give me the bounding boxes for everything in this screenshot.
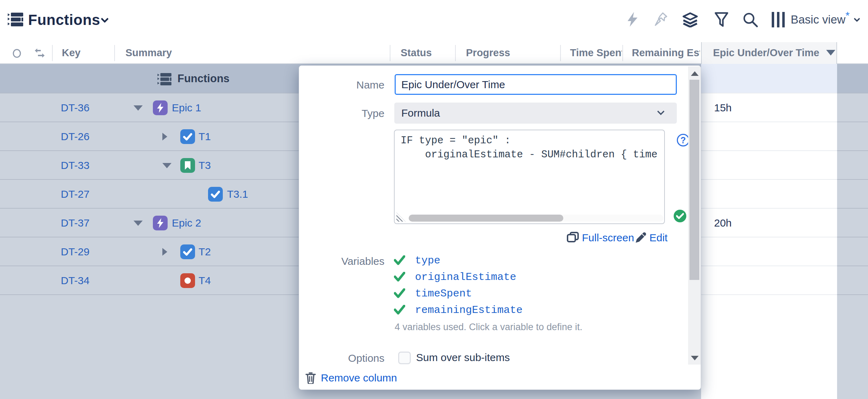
epic-issue-type-icon: [153, 216, 168, 230]
automation-lightning-icon[interactable]: [625, 12, 641, 27]
fullscreen-link[interactable]: Full-screen: [582, 232, 634, 244]
formula-valid-check-icon: [674, 210, 686, 222]
formula-code[interactable]: IF type = "epic" : originalEstimate - SU…: [401, 134, 661, 162]
view-name: Basic view: [791, 13, 846, 26]
column-header-remaining-estimate[interactable]: Remaining Estimate: [632, 47, 700, 59]
pin-icon[interactable]: [654, 12, 670, 27]
issue-summary[interactable]: Epic 2: [172, 217, 201, 229]
structure-logo-icon: [8, 13, 23, 27]
edit-pencil-icon[interactable]: [634, 231, 648, 244]
variable-link[interactable]: remainingEstimate: [415, 304, 523, 316]
group-row-label: Functions: [177, 72, 229, 85]
select-chevron-down-icon: [657, 108, 665, 115]
expand-expander-icon[interactable]: [162, 248, 167, 256]
collapse-expander-icon[interactable]: [162, 163, 171, 168]
popup-scrollbar[interactable]: [688, 66, 701, 365]
epic-column-group-row: [701, 64, 837, 93]
story-issue-type-icon: [180, 158, 195, 173]
variable-defined-check-icon: [394, 255, 405, 265]
issue-key[interactable]: DT-27: [61, 188, 90, 200]
task-issue-type-icon: [180, 129, 195, 144]
issue-key[interactable]: DT-37: [61, 217, 90, 229]
bug-issue-type-icon: [180, 273, 195, 288]
formula-help-icon[interactable]: ?: [677, 134, 689, 146]
epic-under-over-time-column: 15h 20h: [701, 64, 837, 399]
variable-defined-check-icon: [394, 272, 405, 282]
edit-link[interactable]: Edit: [649, 232, 668, 244]
search-icon[interactable]: [742, 12, 758, 27]
variables-label: Variables: [313, 255, 384, 267]
scroll-down-arrow-icon[interactable]: [691, 356, 699, 360]
flag-circle-icon[interactable]: [13, 49, 21, 58]
issue-key[interactable]: DT-26: [61, 131, 90, 143]
column-header-key[interactable]: Key: [62, 47, 80, 59]
toolbar: Functions Basic view*: [0, 0, 868, 42]
view-chevron-down-icon: [854, 15, 860, 22]
epic-issue-type-icon: [153, 100, 168, 115]
sum-over-subitems-label[interactable]: Sum over sub-items: [416, 352, 510, 364]
column-header-time-spent[interactable]: Time Spent: [570, 47, 622, 59]
task-issue-type-icon: [208, 187, 223, 202]
variables-note: 4 variables used. Click a variable to de…: [395, 322, 582, 333]
collapse-expander-icon[interactable]: [134, 105, 143, 111]
variable-link[interactable]: type: [415, 255, 440, 267]
structure-title[interactable]: Functions: [28, 12, 100, 28]
view-switcher[interactable]: Basic view*: [772, 11, 859, 29]
issue-key[interactable]: DT-34: [61, 275, 90, 287]
column-type-value: Formula: [401, 107, 440, 119]
column-settings-popup: Name Type Formula IF type = "epic" : ori…: [299, 65, 701, 390]
expand-expander-icon[interactable]: [162, 133, 167, 140]
issue-summary[interactable]: T4: [199, 275, 211, 287]
sort-descending-icon: [826, 50, 835, 55]
remove-column-link[interactable]: Remove column: [321, 372, 397, 384]
task-issue-type-icon: [180, 244, 195, 259]
layers-icon[interactable]: [682, 12, 698, 27]
issue-summary[interactable]: Epic 1: [172, 102, 201, 114]
issue-summary[interactable]: T1: [199, 131, 211, 143]
variable-link[interactable]: originalEstimate: [415, 271, 516, 283]
column-header-progress[interactable]: Progress: [466, 47, 510, 59]
issue-key[interactable]: DT-33: [61, 159, 90, 171]
collapse-expander-icon[interactable]: [134, 221, 143, 226]
formula-horizontal-scrollbar[interactable]: [409, 215, 663, 222]
view-modified-mark: *: [846, 9, 850, 21]
options-label: Options: [313, 352, 384, 364]
type-field-label: Type: [313, 107, 384, 119]
table-right-empty-area: [836, 64, 868, 399]
name-field-label: Name: [313, 79, 384, 91]
formula-editor[interactable]: IF type = "epic" : originalEstimate - SU…: [394, 130, 665, 224]
issue-summary[interactable]: T3.1: [227, 188, 248, 200]
structure-group-icon: [157, 73, 171, 86]
column-type-select[interactable]: Formula: [394, 103, 677, 124]
column-header-status[interactable]: Status: [401, 47, 432, 59]
issue-summary[interactable]: T3: [199, 159, 211, 171]
sum-over-subitems-checkbox[interactable]: [398, 352, 411, 364]
move-swap-icon[interactable]: [34, 48, 46, 59]
structure-app: Functions Basic view*: [0, 0, 868, 399]
scroll-up-arrow-icon[interactable]: [691, 71, 699, 76]
variable-defined-check-icon: [394, 305, 405, 315]
epic-column-cell-value[interactable]: 20h: [714, 217, 732, 229]
column-header-row: Key Summary Status Progress Time Spent R…: [0, 42, 868, 64]
scrollbar-thumb[interactable]: [409, 215, 563, 222]
filter-icon[interactable]: [713, 12, 730, 27]
popup-scrollbar-thumb[interactable]: [689, 80, 699, 280]
issue-summary[interactable]: T2: [199, 246, 211, 258]
resize-grip-icon[interactable]: [396, 212, 406, 222]
epic-column-header-label: Epic Under/Over Time: [713, 47, 823, 59]
variable-link[interactable]: timeSpent: [415, 288, 472, 300]
trash-icon[interactable]: [305, 372, 316, 384]
column-header-summary[interactable]: Summary: [125, 47, 172, 59]
column-name-input[interactable]: [395, 74, 677, 95]
epic-column-cell-value[interactable]: 15h: [714, 102, 732, 114]
view-bars-icon: [772, 12, 785, 27]
variable-defined-check-icon: [394, 288, 405, 298]
issue-key[interactable]: DT-29: [61, 246, 90, 258]
column-header-epic-under-over-time[interactable]: Epic Under/Over Time: [701, 42, 837, 64]
issue-key[interactable]: DT-36: [61, 102, 90, 114]
fullscreen-icon[interactable]: [567, 232, 579, 243]
structure-title-chevron-down-icon[interactable]: [101, 15, 109, 23]
